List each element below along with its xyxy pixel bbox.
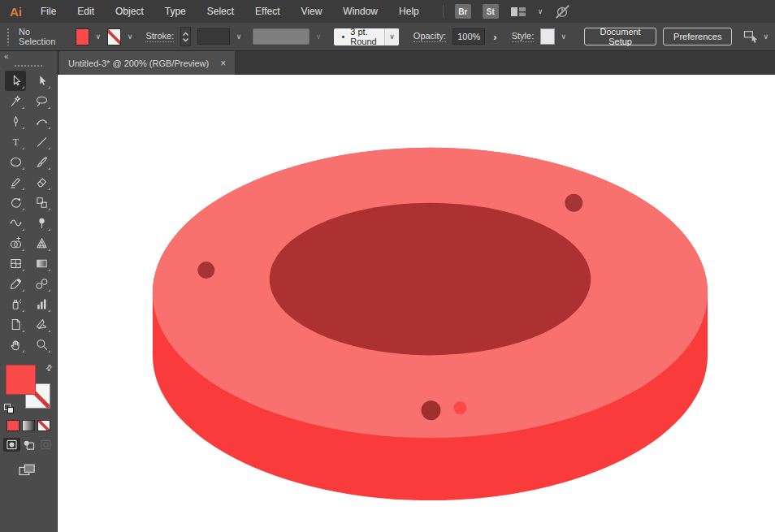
fill-color-swatch[interactable] [76, 28, 89, 45]
preferences-button[interactable]: Preferences [663, 28, 732, 45]
draw-normal-button[interactable] [3, 438, 20, 452]
menu-view[interactable]: View [291, 0, 333, 23]
stroke-chevron-icon[interactable]: ∨ [128, 33, 133, 41]
fill-stroke-indicator: ⇄ [4, 363, 53, 413]
screen-mode-button[interactable] [18, 463, 39, 478]
stroke-weight-stepper[interactable] [180, 27, 191, 46]
opacity-field[interactable]: 100% [452, 28, 485, 45]
tool-line-segment[interactable] [31, 132, 52, 152]
tool-hand[interactable] [5, 335, 26, 355]
tool-symbol-sprayer[interactable] [5, 294, 26, 314]
artboard-canvas[interactable] [58, 75, 775, 532]
paintbrush-icon [35, 155, 49, 169]
tool-scale[interactable] [31, 192, 52, 213]
tool-rotate[interactable] [5, 192, 26, 213]
menu-select[interactable]: Select [197, 0, 245, 23]
menu-edit[interactable]: Edit [67, 0, 105, 23]
tool-gradient[interactable] [31, 253, 52, 274]
menu-file[interactable]: File [30, 0, 67, 23]
tool-paintbrush[interactable] [31, 152, 52, 172]
workspace-switcher-icon[interactable] [510, 6, 526, 18]
select-similar-chevron-icon[interactable]: ∨ [763, 33, 769, 41]
tool-shape-builder[interactable] [5, 233, 26, 253]
style-label[interactable]: Style: [512, 31, 535, 42]
stroke-weight-field[interactable] [197, 28, 230, 45]
drawing-modes [0, 438, 57, 452]
menu-help[interactable]: Help [388, 0, 430, 23]
gradient-icon [35, 257, 49, 270]
color-button[interactable] [6, 420, 19, 431]
blend-icon [35, 277, 49, 291]
menu-effect[interactable]: Effect [245, 0, 290, 23]
gradient-button[interactable] [22, 420, 35, 431]
tool-selection[interactable] [5, 71, 26, 91]
swap-fill-stroke-icon[interactable]: ⇄ [43, 362, 54, 374]
stroke-label[interactable]: Stroke: [145, 31, 174, 42]
draw-behind-button[interactable] [20, 438, 37, 452]
fill-indicator[interactable] [6, 365, 36, 395]
tool-lasso[interactable] [31, 91, 52, 111]
tool-perspective-grid[interactable] [31, 233, 52, 253]
tool-shaper[interactable] [5, 172, 26, 192]
line-segment-icon [35, 135, 49, 149]
stock-button[interactable]: St [483, 4, 499, 19]
tool-mesh[interactable] [5, 253, 26, 274]
brush-definition-dropdown[interactable]: • 3 pt. Round ∨ [334, 28, 398, 45]
disc-dot-4[interactable] [453, 401, 466, 414]
hand-icon [9, 338, 23, 352]
tool-blend[interactable] [31, 274, 52, 294]
chevron-down-icon[interactable]: ∨ [538, 8, 543, 15]
menu-type[interactable]: Type [154, 0, 197, 23]
fill-chevron-icon[interactable]: ∨ [96, 33, 102, 41]
document-setup-button[interactable]: Document Setup [584, 28, 656, 45]
eyedropper-icon [9, 277, 23, 291]
magic-wand-icon [9, 94, 23, 108]
menu-bar: Ai FileEditObjectTypeSelectEffectViewWin… [0, 0, 775, 23]
opacity-menu-arrow[interactable]: › [491, 31, 498, 43]
disc-inner-ellipse[interactable] [270, 203, 591, 356]
tool-direct-selection[interactable] [31, 71, 52, 91]
tool-pen[interactable] [5, 111, 26, 132]
style-chevron-icon[interactable]: ∨ [561, 33, 567, 41]
collapse-panel-button[interactable]: « [0, 51, 57, 62]
disc-dot-1[interactable] [197, 262, 214, 279]
gpu-performance-icon[interactable] [554, 3, 570, 19]
tool-puppet-warp[interactable] [31, 213, 52, 233]
tool-magic-wand[interactable] [5, 91, 26, 111]
stroke-color-swatch[interactable] [107, 28, 121, 45]
disc-dot-2[interactable] [565, 194, 582, 212]
lasso-icon [35, 94, 49, 108]
tool-ellipse[interactable] [5, 152, 26, 172]
menu-window[interactable]: Window [332, 0, 388, 23]
tool-curvature[interactable] [31, 111, 52, 132]
menu-object[interactable]: Object [105, 0, 154, 23]
tool-zoom[interactable] [31, 335, 52, 355]
tool-eraser[interactable] [31, 172, 52, 192]
artwork[interactable] [58, 75, 775, 532]
none-button[interactable] [37, 420, 50, 431]
tool-slice[interactable] [31, 314, 52, 335]
style-swatch[interactable] [540, 28, 554, 45]
default-fill-stroke-icon[interactable] [4, 404, 14, 413]
document-tab[interactable]: Untitled-3* @ 200% (RGB/Preview) × [59, 51, 235, 75]
tool-artboard[interactable] [5, 314, 26, 335]
tool-type[interactable]: T [5, 132, 26, 152]
disc-dot-3[interactable] [421, 400, 440, 420]
tool-column-graph[interactable] [31, 294, 52, 314]
stroke-weight-chevron-icon[interactable]: ∨ [236, 33, 242, 41]
shaper-icon [9, 175, 23, 189]
panel-grip[interactable] [6, 28, 9, 45]
bridge-button[interactable]: Br [455, 4, 471, 19]
artboard-icon [9, 318, 23, 331]
brush-chevron-icon[interactable]: ∨ [384, 28, 399, 45]
tools-panel: « T ⇄ [0, 51, 58, 532]
close-tab-icon[interactable]: × [220, 58, 226, 68]
tool-width[interactable] [5, 213, 26, 233]
draw-inside-button[interactable] [37, 438, 54, 452]
isolate-selection-control[interactable]: ∨ [743, 29, 769, 44]
mesh-icon [9, 257, 23, 270]
tool-eyedropper[interactable] [5, 274, 26, 294]
brush-name: 3 pt. Round [350, 28, 377, 45]
panel-drag-grip[interactable] [14, 64, 43, 67]
opacity-label[interactable]: Opacity: [413, 31, 446, 42]
